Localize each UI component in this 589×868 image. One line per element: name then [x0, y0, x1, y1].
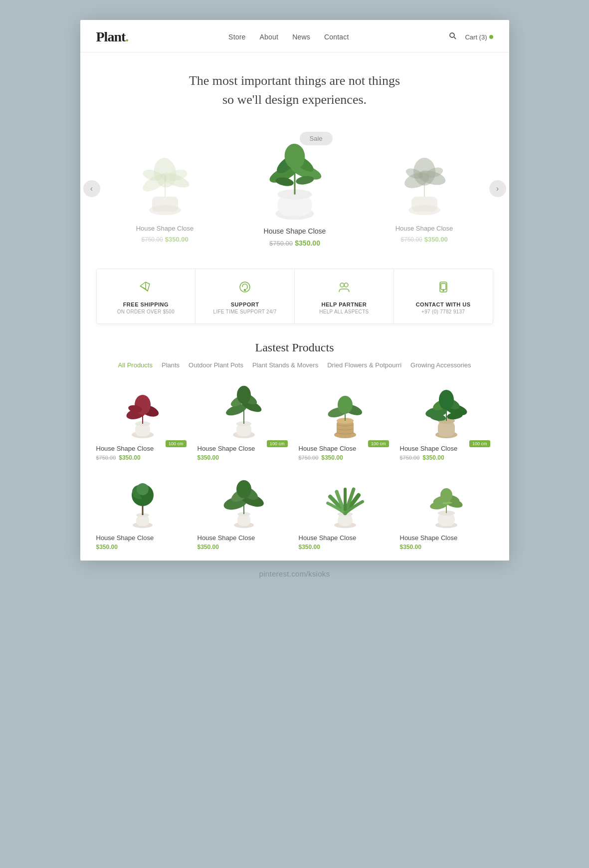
product-badge-1: 100 cm — [166, 440, 187, 447]
carousel-item-right[interactable]: House Shape Close $750.00 $350.00 — [360, 138, 489, 244]
filter-all[interactable]: All Products — [118, 361, 153, 369]
carousel-track: House Shape Close $750.00 $350.00 — [80, 123, 509, 249]
feature-partner-desc: HELP ALL ASPECTS — [300, 309, 389, 314]
nav-contact[interactable]: Contact — [324, 33, 349, 41]
product-new-price-2: $350.00 — [197, 454, 219, 461]
tagline-line2: so we'll design experiences. — [222, 92, 367, 107]
hero-tagline: The most important things are not things… — [80, 52, 509, 114]
plant-image-right — [385, 138, 464, 218]
svg-point-61 — [338, 396, 353, 414]
product-old-price-3: $750.00 — [299, 455, 319, 461]
product-card-1[interactable]: House Shape Close $750.00 $350.00 100 cm — [96, 380, 190, 461]
search-button[interactable] — [449, 32, 457, 42]
header: Plant. Store About News Contact Cart (3) — [80, 20, 509, 52]
feature-partner-title: HELP PARTNER — [300, 301, 389, 307]
product-image-8 — [400, 469, 493, 529]
product-image-7 — [299, 469, 392, 529]
main-nav: Store About News Contact — [228, 33, 349, 41]
carousel-badge: Sale — [300, 132, 333, 145]
nav-news[interactable]: News — [292, 33, 310, 41]
product-image-2 — [197, 380, 291, 440]
product-card-4[interactable]: House Shape Close $750.00 $350.00 100 cm — [400, 380, 493, 461]
svg-point-54 — [237, 386, 251, 404]
carousel-item-center-old-price: $750.00 — [269, 240, 293, 248]
features-bar: FREE SHIPPING ON ORDER OVER $500 SUPPORT… — [96, 269, 493, 324]
product-badge-2: 100 cm — [267, 440, 288, 447]
carousel-item-left-new-price: $350.00 — [165, 236, 189, 243]
carousel-section: Sale ‹ — [80, 114, 509, 264]
product-new-price-5: $350.00 — [96, 544, 118, 551]
feature-support-desc: LIFE TIME SUPPORT 24/7 — [200, 309, 289, 314]
product-card-6[interactable]: House Shape Close $350.00 — [197, 469, 291, 551]
product-card-8[interactable]: House Shape Close $350.00 — [400, 469, 493, 551]
nav-about[interactable]: About — [260, 33, 279, 41]
carousel-arrow-left[interactable]: ‹ — [83, 180, 100, 197]
plant-image-left — [125, 138, 205, 218]
latest-title: Lastest Products — [96, 341, 493, 354]
product-prices-1: $750.00 $350.00 — [96, 454, 190, 461]
header-right: Cart (3) — [449, 32, 493, 42]
carousel-item-left-old-price: $750.00 — [141, 236, 163, 243]
svg-rect-3 — [152, 197, 178, 212]
plane-icon — [102, 280, 191, 297]
product-new-price-1: $350.00 — [119, 454, 140, 461]
product-new-price-7: $350.00 — [299, 544, 320, 551]
logo-dot: . — [125, 29, 128, 44]
product-image-5 — [96, 469, 190, 529]
filter-dried[interactable]: Dried Flowers & Potpourri — [327, 361, 401, 369]
cart-label: Cart (3) — [465, 33, 487, 41]
logo[interactable]: Plant. — [96, 29, 129, 45]
product-card-2[interactable]: House Shape Close $350.00 100 cm — [197, 380, 291, 461]
partner-icon — [300, 280, 389, 297]
svg-point-102 — [440, 488, 452, 502]
svg-point-34 — [344, 283, 348, 287]
latest-section: Lastest Products All Products Plants Out… — [80, 336, 509, 561]
product-new-price-4: $350.00 — [422, 454, 444, 461]
carousel-arrow-right[interactable]: › — [489, 180, 506, 197]
product-image-3 — [299, 380, 392, 440]
filter-outdoor[interactable]: Outdoor Plant Pots — [189, 361, 243, 369]
feature-shipping-title: FREE SHIPPING — [102, 301, 191, 307]
product-new-price-6: $350.00 — [197, 544, 219, 551]
product-name-5: House Shape Close — [96, 534, 190, 542]
support-icon — [200, 280, 289, 297]
product-prices-5: $350.00 — [96, 544, 190, 551]
product-name-8: House Shape Close — [400, 534, 493, 542]
product-prices-3: $750.00 $350.00 — [299, 454, 392, 461]
carousel-item-left[interactable]: House Shape Close $750.00 $350.00 — [100, 138, 230, 244]
feature-contact: CONTACT WITH US +97 (0) 7782 9137 — [394, 269, 493, 323]
svg-point-20 — [295, 175, 314, 186]
product-badge-4: 100 cm — [469, 440, 490, 447]
svg-rect-36 — [441, 284, 446, 289]
filter-stands[interactable]: Plant Stands & Movers — [252, 361, 318, 369]
svg-line-30 — [140, 286, 148, 291]
feature-support-title: SUPPORT — [200, 301, 289, 307]
phone-icon — [399, 280, 488, 297]
product-badge-3: 100 cm — [368, 440, 389, 447]
carousel-item-right-new-price: $350.00 — [424, 236, 448, 243]
product-new-price-3: $350.00 — [321, 454, 343, 461]
tagline-line1: The most important things are not things — [189, 73, 400, 88]
feature-shipping-desc: ON ORDER OVER $500 — [102, 309, 191, 314]
page-wrapper: Plant. Store About News Contact Cart (3)… — [80, 20, 509, 561]
feature-support: SUPPORT LIFE TIME SUPPORT 24/7 — [196, 269, 295, 323]
product-card-5[interactable]: House Shape Close $350.00 — [96, 469, 190, 551]
carousel-item-left-title: House Shape Close — [109, 225, 221, 232]
svg-point-33 — [340, 283, 344, 287]
svg-point-0 — [450, 33, 454, 37]
filter-growing[interactable]: Growing Accessories — [410, 361, 471, 369]
product-prices-2: $350.00 — [197, 454, 291, 461]
carousel-item-right-title: House Shape Close — [369, 225, 480, 232]
carousel-item-center[interactable]: House Shape Close $750.00 $350.00 — [224, 134, 365, 248]
product-card-7[interactable]: House Shape Close $350.00 — [299, 469, 392, 551]
cart-button[interactable]: Cart (3) — [465, 33, 493, 41]
product-image-6 — [197, 469, 291, 529]
product-card-3[interactable]: House Shape Close $750.00 $350.00 100 cm — [299, 380, 392, 461]
svg-point-89 — [236, 480, 251, 498]
product-image-4 — [400, 380, 493, 440]
filter-plants[interactable]: Plants — [162, 361, 180, 369]
product-prices-4: $750.00 $350.00 — [400, 454, 493, 461]
svg-rect-22 — [411, 197, 437, 212]
nav-store[interactable]: Store — [228, 33, 245, 41]
product-prices-7: $350.00 — [299, 544, 392, 551]
